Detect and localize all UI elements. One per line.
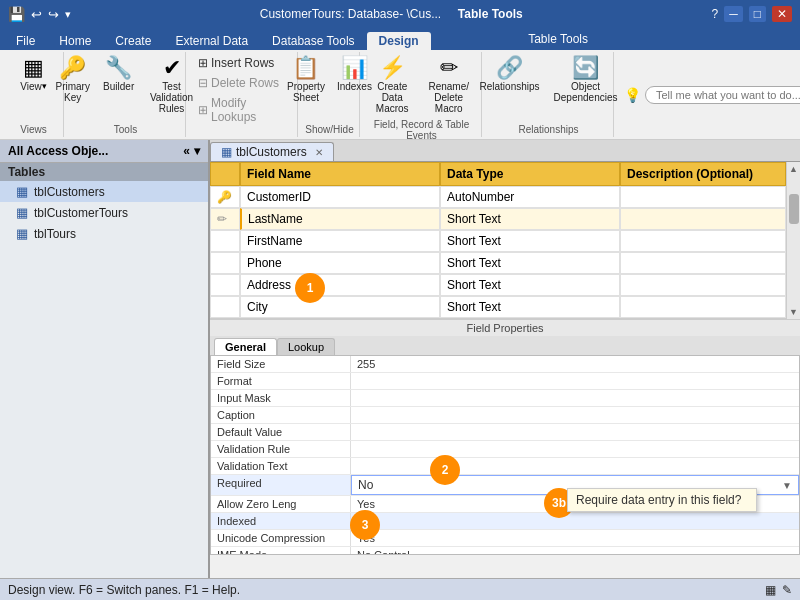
table-icon-customertours: ▦: [16, 205, 28, 220]
grid-scrollbar[interactable]: ▲ ▼: [786, 162, 800, 319]
grid-row2-description[interactable]: [620, 208, 786, 230]
grid-row2-fieldname[interactable]: LastName: [240, 208, 440, 230]
tab-file[interactable]: File: [4, 32, 47, 50]
modify-lookups-label: Modify Lookups: [211, 96, 287, 124]
props-value-fieldsize[interactable]: 255: [351, 356, 799, 372]
nav-options-icon[interactable]: ▾: [194, 144, 200, 158]
callout-3: 3: [350, 510, 380, 540]
builder-button[interactable]: 🔧 Builder: [99, 54, 139, 95]
quick-access-undo[interactable]: ↩: [31, 7, 42, 22]
object-dependencies-button[interactable]: 🔄 ObjectDependencies: [550, 54, 622, 106]
insert-rows-button[interactable]: ⊞ Insert Rows: [194, 54, 291, 72]
tab-create[interactable]: Create: [103, 32, 163, 50]
tab-home[interactable]: Home: [47, 32, 103, 50]
ribbon-group-relationships: 🔗 Relationships 🔄 ObjectDependencies Rel…: [484, 52, 614, 137]
table-icon-tours: ▦: [16, 226, 28, 241]
nav-collapse-icon[interactable]: «: [183, 144, 190, 158]
table-tab-close[interactable]: ✕: [315, 147, 323, 158]
nav-item-tbltours[interactable]: ▦ tblTours: [0, 223, 208, 244]
nav-item-tblcustomertours[interactable]: ▦ tblCustomerTours: [0, 202, 208, 223]
props-value-validationrule[interactable]: [351, 441, 799, 457]
props-row-unicodecompression: Unicode Compression Yes: [211, 530, 799, 547]
rename-delete-macro-label: Rename/Delete Macro: [426, 81, 471, 114]
grid-row6-description[interactable]: [620, 296, 786, 318]
table-tab-icon: ▦: [221, 145, 232, 159]
props-value-imemode[interactable]: No Control: [351, 547, 799, 555]
props-label-inputmask: Input Mask: [211, 390, 351, 406]
nav-pane-controls: « ▾: [183, 144, 200, 158]
required-dropdown-arrow[interactable]: ▼: [782, 480, 792, 491]
table-tab-customers[interactable]: ▦ tblCustomers ✕: [210, 142, 334, 161]
props-label-allowzerolength: Allow Zero Leng: [211, 496, 351, 512]
view-icon: ▦: [23, 57, 44, 79]
props-label-indexed: Indexed: [211, 513, 351, 529]
primary-key-label: PrimaryKey: [55, 81, 89, 103]
props-value-unicodecompression[interactable]: Yes: [351, 530, 799, 546]
status-icon-grid[interactable]: ▦: [765, 583, 776, 597]
props-value-format[interactable]: [351, 373, 799, 389]
tab-database-tools[interactable]: Database Tools: [260, 32, 367, 50]
builder-label: Builder: [103, 81, 134, 92]
nav-pane: All Access Obje... « ▾ Tables ▦ tblCusto…: [0, 140, 210, 578]
props-value-defaultvalue[interactable]: [351, 424, 799, 440]
grid-row6-fieldname[interactable]: City: [240, 296, 440, 318]
title-bar: 💾 ↩ ↪ ▾ CustomerTours: Database- \Cus...…: [0, 0, 800, 28]
table-icon-customers: ▦: [16, 184, 28, 199]
grid-row2-datatype[interactable]: Short Text: [440, 208, 620, 230]
relationships-button[interactable]: 🔗 Relationships: [476, 54, 544, 95]
grid-row5-fieldname[interactable]: Address: [240, 274, 440, 296]
field-props-title: Field Properties: [210, 320, 800, 336]
create-data-macros-button[interactable]: ⚡ Create DataMacros: [368, 54, 416, 117]
grid-row6-datatype[interactable]: Short Text: [440, 296, 620, 318]
grid-row3-datatype[interactable]: Short Text: [440, 230, 620, 252]
scrollbar-thumb[interactable]: [789, 194, 799, 224]
minimize-btn[interactable]: ─: [724, 6, 743, 22]
grid-row5-datatype[interactable]: Short Text: [440, 274, 620, 296]
delete-rows-button[interactable]: ⊟ Delete Rows: [194, 74, 291, 92]
table-design-view: Field Name Data Type Description (Option…: [210, 162, 800, 578]
tab-design[interactable]: Design: [367, 32, 431, 50]
modify-lookups-button[interactable]: ⊞ Modify Lookups: [194, 94, 291, 126]
builder-icon: 🔧: [105, 57, 132, 79]
grid-row1-description[interactable]: [620, 186, 786, 208]
grid-row1-fieldname[interactable]: CustomerID: [240, 186, 440, 208]
grid-header-fieldname: Field Name: [240, 162, 440, 186]
quick-access-redo[interactable]: ↪: [48, 7, 59, 22]
props-row-inputmask: Input Mask: [211, 390, 799, 407]
scroll-up-arrow[interactable]: ▲: [789, 164, 798, 174]
grid-header-description: Description (Optional): [620, 162, 786, 186]
props-value-indexed[interactable]: No: [351, 513, 799, 529]
delete-rows-icon: ⊟: [198, 76, 208, 90]
grid-row4-fieldname[interactable]: Phone: [240, 252, 440, 274]
close-btn[interactable]: ✕: [772, 6, 792, 22]
props-label-validationrule: Validation Rule: [211, 441, 351, 457]
maximize-btn[interactable]: □: [749, 6, 766, 22]
field-props-tab-lookup[interactable]: Lookup: [277, 338, 335, 355]
props-row-format: Format: [211, 373, 799, 390]
tab-external-data[interactable]: External Data: [163, 32, 260, 50]
props-value-caption[interactable]: [351, 407, 799, 423]
rename-delete-macro-button[interactable]: ✏ Rename/Delete Macro: [422, 54, 475, 117]
grid-row4-datatype[interactable]: Short Text: [440, 252, 620, 274]
scroll-down-arrow[interactable]: ▼: [789, 307, 798, 317]
props-label-format: Format: [211, 373, 351, 389]
props-table: Field Size 255 Format Input Mask Cap: [210, 355, 800, 555]
grid-row3-description[interactable]: [620, 230, 786, 252]
primary-key-button[interactable]: 🔑 PrimaryKey: [53, 54, 93, 106]
view-button[interactable]: ▦ View ▾: [14, 54, 54, 95]
title-bar-left: 💾 ↩ ↪ ▾: [8, 6, 71, 22]
window-title: CustomerTours: Database- \Cus... Table T…: [71, 7, 712, 21]
nav-item-tblcustomers[interactable]: ▦ tblCustomers: [0, 181, 208, 202]
ribbon-search-input[interactable]: [645, 86, 800, 104]
grid-row3-fieldname[interactable]: FirstName: [240, 230, 440, 252]
props-value-inputmask[interactable]: [351, 390, 799, 406]
table-tab-bar: ▦ tblCustomers ✕: [210, 140, 800, 162]
grid-row1-datatype[interactable]: AutoNumber: [440, 186, 620, 208]
field-props-tab-general[interactable]: General: [214, 338, 277, 355]
status-icon-edit[interactable]: ✎: [782, 583, 792, 597]
grid-row4-description[interactable]: [620, 252, 786, 274]
help-icon[interactable]: ?: [712, 7, 719, 21]
window-controls: ? ─ □ ✕: [712, 6, 792, 22]
grid-row5-description[interactable]: [620, 274, 786, 296]
props-value-validationtext[interactable]: [351, 458, 799, 474]
